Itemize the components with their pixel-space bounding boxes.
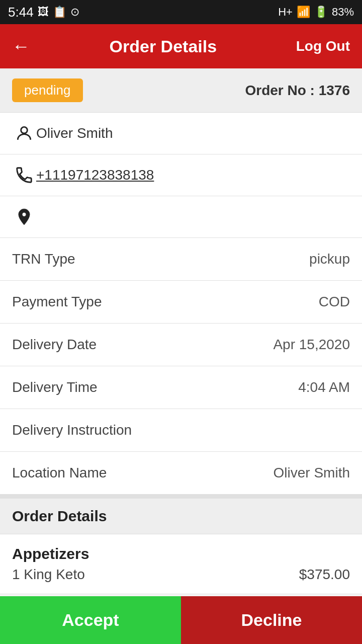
- trn-type-value: pickup: [309, 251, 350, 267]
- status-bar: 5:44 🖼 📋 ⊙ H+ 📶 🔋 83%: [0, 0, 362, 24]
- location-icon: [12, 207, 36, 226]
- detail-rows: TRN Type pickup Payment Type COD Deliver…: [0, 238, 362, 495]
- signal-label: H+: [278, 6, 293, 19]
- status-badge: pending: [12, 78, 83, 102]
- order-details-title: Order Details: [12, 508, 107, 524]
- accept-button[interactable]: Accept: [0, 596, 181, 644]
- order-number: Order No : 1376: [245, 83, 350, 99]
- action-buttons: Accept Decline: [0, 596, 362, 644]
- delivery-instruction-row: Delivery Instruction: [0, 409, 362, 452]
- customer-name-row: Oliver Smith: [0, 113, 362, 154]
- order-category: Appetizers: [12, 545, 350, 562]
- decline-button[interactable]: Decline: [181, 596, 362, 644]
- customer-address-row: [0, 196, 362, 238]
- phone-icon: [12, 166, 36, 185]
- payment-type-value: COD: [319, 294, 350, 310]
- delivery-date-value: Apr 15,2020: [273, 337, 350, 353]
- customer-name: Oliver Smith: [36, 125, 350, 141]
- delivery-date-label: Delivery Date: [12, 337, 97, 353]
- order-item-price: $375.00: [299, 567, 350, 583]
- delivery-time-value: 4:04 AM: [298, 379, 350, 395]
- customer-phone[interactable]: +11197123838138: [36, 167, 350, 183]
- order-details-header: Order Details: [0, 495, 362, 534]
- delivery-instruction-label: Delivery Instruction: [12, 422, 132, 438]
- location-name-value: Oliver Smith: [274, 465, 350, 481]
- order-item-name: 1 King Keto: [12, 567, 85, 583]
- trn-type-row: TRN Type pickup: [0, 238, 362, 281]
- location-name-row: Location Name Oliver Smith: [0, 452, 362, 495]
- order-item-row: 1 King Keto $375.00: [12, 567, 350, 583]
- app-header: ← Order Details Log Out: [0, 24, 362, 68]
- battery-label: 83%: [332, 6, 354, 19]
- status-bar-left: 5:44 🖼 📋 ⊙: [8, 5, 79, 20]
- customer-phone-row[interactable]: +11197123838138: [0, 154, 362, 196]
- svg-point-0: [21, 127, 28, 133]
- image-icon: 🖼: [38, 6, 49, 19]
- trn-type-label: TRN Type: [12, 251, 75, 267]
- delivery-time-label: Delivery Time: [12, 379, 98, 395]
- page-title: Order Details: [110, 37, 217, 56]
- signal-bars-icon: 📶: [297, 6, 310, 19]
- location-name-label: Location Name: [12, 465, 107, 481]
- logout-button[interactable]: Log Out: [296, 38, 350, 54]
- back-button[interactable]: ←: [12, 36, 30, 57]
- delivery-date-row: Delivery Date Apr 15,2020: [0, 324, 362, 366]
- status-time: 5:44: [8, 5, 34, 20]
- payment-type-row: Payment Type COD: [0, 281, 362, 324]
- order-item-section: Appetizers 1 King Keto $375.00: [0, 534, 362, 594]
- battery-icon: 🔋: [314, 6, 328, 19]
- status-bar-right: H+ 📶 🔋 83%: [278, 6, 354, 19]
- circle-icon: ⊙: [70, 6, 79, 19]
- sim-icon: 📋: [53, 6, 66, 19]
- person-icon: [12, 124, 36, 143]
- customer-info-section: Oliver Smith +11197123838138: [0, 113, 362, 238]
- delivery-time-row: Delivery Time 4:04 AM: [0, 366, 362, 409]
- order-status-bar: pending Order No : 1376: [0, 68, 362, 113]
- payment-type-label: Payment Type: [12, 294, 102, 310]
